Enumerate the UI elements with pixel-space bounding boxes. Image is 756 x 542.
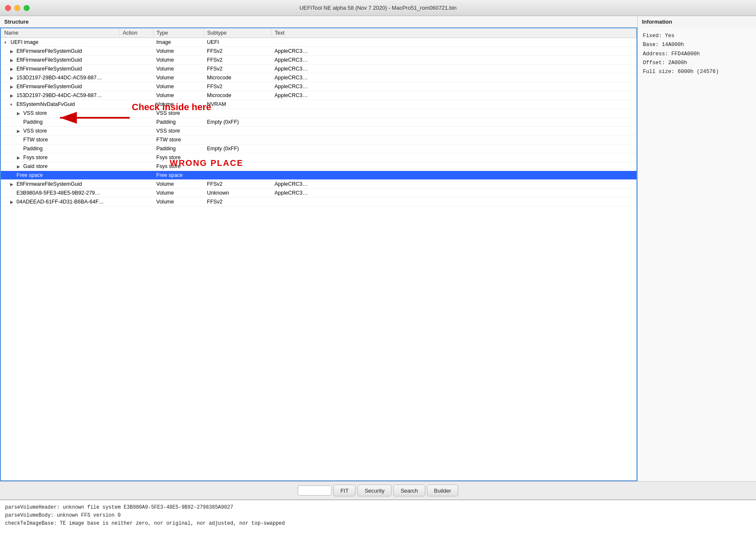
- expand-icon[interactable]: ▶: [17, 111, 22, 116]
- cell-text: AppleCRC3…: [271, 82, 636, 91]
- cell-name: ▶Fsys store: [1, 153, 119, 162]
- cell-text: AppleCRC3…: [271, 47, 636, 56]
- log-line: parseVolumeBody: unknown FFS version 0: [5, 512, 751, 520]
- cell-action: [119, 82, 153, 91]
- expand-icon[interactable]: ▶: [17, 129, 22, 133]
- builder-button[interactable]: Builder: [427, 485, 458, 496]
- cell-subtype: Empty (0xFF): [204, 144, 271, 153]
- cell-subtype: [204, 127, 271, 136]
- expand-icon[interactable]: ▶: [17, 164, 22, 169]
- cell-text: [271, 109, 636, 118]
- table-row[interactable]: ▾EfiSystemNvDataFvGuid Volume NVRAM: [1, 100, 636, 109]
- window-title: UEFITool NE alpha 58 (Nov 7 2020) - MacP…: [299, 5, 457, 11]
- close-button[interactable]: [5, 5, 11, 11]
- cell-name: Padding: [1, 118, 119, 127]
- table-row[interactable]: ▶04ADEEAD-61FF-4D31-B6BA-64F… Volume FFS…: [1, 198, 636, 206]
- table-row[interactable]: ▶Fsys store Fsys store: [1, 153, 636, 162]
- toolbar-search-input[interactable]: [298, 485, 332, 496]
- cell-action: [119, 162, 153, 171]
- table-row[interactable]: E3B980A9-5FE3-48E5-9B92-279… Volume Unkn…: [1, 189, 636, 198]
- expand-icon[interactable]: ▾: [4, 40, 9, 45]
- content-area: Structure Name Action Type Subtype Text: [0, 16, 756, 481]
- log-line: checkTeImageBase: TE image base is neith…: [5, 520, 751, 528]
- cell-type: Volume: [153, 82, 204, 91]
- cell-subtype: Empty (0xFF): [204, 118, 271, 127]
- cell-name: ▶153D2197-29BD-44DC-AC59-887…: [1, 73, 119, 82]
- expand-icon[interactable]: ▶: [10, 58, 15, 62]
- cell-name: ▶EfiFirmwareFileSystemGuid: [1, 65, 119, 73]
- table-row[interactable]: ▾UEFI image Image UEFI: [1, 38, 636, 47]
- bottom-toolbar: FIT Security Search Builder: [0, 481, 756, 500]
- expand-icon[interactable]: ▶: [10, 67, 15, 71]
- table-row[interactable]: ▶153D2197-29BD-44DC-AC59-887… Volume Mic…: [1, 91, 636, 100]
- cell-subtype: FFSv2: [204, 180, 271, 189]
- cell-action: [119, 100, 153, 109]
- table-row[interactable]: Free space Free space: [1, 171, 636, 180]
- info-line: Address: FFD4A000h: [643, 50, 751, 59]
- cell-text: [271, 118, 636, 127]
- info-content: Fixed: YesBase: 14A000hAddress: FFD4A000…: [638, 27, 756, 81]
- table-row[interactable]: ▶EfiFirmwareFileSystemGuid Volume FFSv2 …: [1, 82, 636, 91]
- info-line: Fixed: Yes: [643, 32, 751, 41]
- expand-icon[interactable]: ▶: [10, 200, 15, 204]
- table-row[interactable]: ▶EfiFirmwareFileSystemGuid Volume FFSv2 …: [1, 56, 636, 65]
- cell-subtype: FFSv2: [204, 56, 271, 65]
- cell-name: FTW store: [1, 136, 119, 144]
- table-row[interactable]: Padding Padding Empty (0xFF): [1, 118, 636, 127]
- table-row[interactable]: ▶153D2197-29BD-44DC-AC59-887… Volume Mic…: [1, 73, 636, 82]
- table-row[interactable]: ▶EfiFirmwareFileSystemGuid Volume FFSv2 …: [1, 65, 636, 73]
- cell-text: [271, 153, 636, 162]
- cell-name: ▶EfiFirmwareFileSystemGuid: [1, 82, 119, 91]
- fullscreen-button[interactable]: [24, 5, 30, 11]
- cell-type: Fsys store: [153, 153, 204, 162]
- col-name: Name: [1, 28, 119, 38]
- table-row[interactable]: FTW store FTW store: [1, 136, 636, 144]
- table-row[interactable]: ▶EfiFirmwareFileSystemGuid Volume FFSv2 …: [1, 47, 636, 56]
- cell-name: ▶153D2197-29BD-44DC-AC59-887…: [1, 91, 119, 100]
- cell-action: [119, 153, 153, 162]
- cell-type: Image: [153, 38, 204, 47]
- cell-type: Fsys store: [153, 162, 204, 171]
- cell-type: Volume: [153, 56, 204, 65]
- cell-name: ▶04ADEEAD-61FF-4D31-B6BA-64F…: [1, 198, 119, 206]
- fit-button[interactable]: FIT: [333, 485, 356, 496]
- expand-icon[interactable]: ▶: [10, 182, 15, 187]
- cell-subtype: NVRAM: [204, 100, 271, 109]
- info-line: Offset: 2A000h: [643, 59, 751, 68]
- table-row[interactable]: ▶EfiFirmwareFileSystemGuid Volume FFSv2 …: [1, 180, 636, 189]
- cell-action: [119, 180, 153, 189]
- expand-icon[interactable]: ▶: [17, 155, 22, 160]
- cell-type: Volume: [153, 198, 204, 206]
- cell-type: Volume: [153, 47, 204, 56]
- table-row[interactable]: ▶VSS store VSS store: [1, 109, 636, 118]
- col-type: Type: [153, 28, 204, 38]
- cell-type: Volume: [153, 91, 204, 100]
- cell-text: AppleCRC3…: [271, 180, 636, 189]
- cell-subtype: Microcode: [204, 73, 271, 82]
- table-row[interactable]: ▶VSS store VSS store: [1, 127, 636, 136]
- table-row[interactable]: Padding Padding Empty (0xFF): [1, 144, 636, 153]
- expand-icon[interactable]: ▶: [10, 76, 15, 80]
- security-button[interactable]: Security: [357, 485, 392, 496]
- minimize-button[interactable]: [14, 5, 20, 11]
- expand-icon[interactable]: ▶: [10, 49, 15, 54]
- search-button[interactable]: Search: [393, 485, 425, 496]
- info-header: Information: [638, 16, 756, 27]
- expand-icon[interactable]: ▶: [10, 93, 15, 98]
- cell-subtype: FFSv2: [204, 198, 271, 206]
- table-row[interactable]: ▶Gaid store Fsys store: [1, 162, 636, 171]
- cell-action: [119, 144, 153, 153]
- expand-icon[interactable]: ▾: [10, 102, 15, 107]
- traffic-lights[interactable]: [5, 5, 30, 11]
- expand-icon[interactable]: ▶: [10, 84, 15, 89]
- cell-text: [271, 162, 636, 171]
- tree-container[interactable]: Name Action Type Subtype Text ▾UEFI imag…: [0, 27, 637, 481]
- cell-type: Volume: [153, 73, 204, 82]
- cell-name: ▶VSS store: [1, 127, 119, 136]
- cell-name: E3B980A9-5FE3-48E5-9B92-279…: [1, 189, 119, 198]
- cell-subtype: Microcode: [204, 91, 271, 100]
- cell-action: [119, 136, 153, 144]
- structure-header: Structure: [0, 16, 637, 27]
- table-header-row: Name Action Type Subtype Text: [1, 28, 636, 38]
- cell-text: [271, 136, 636, 144]
